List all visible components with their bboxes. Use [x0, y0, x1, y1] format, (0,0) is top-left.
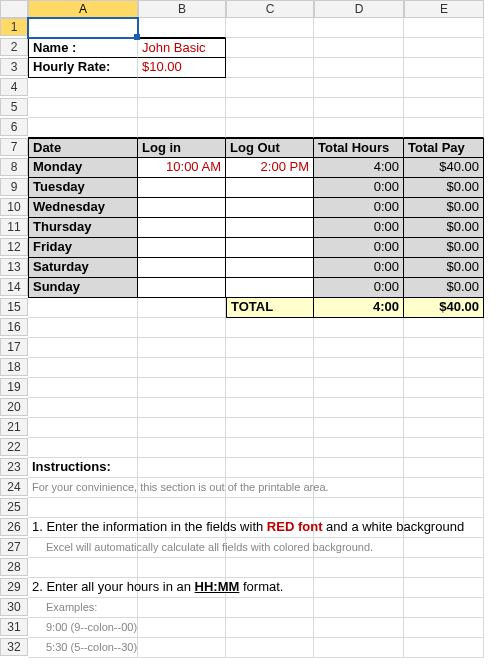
cell-E32[interactable] — [404, 638, 484, 658]
cell-B30[interactable] — [138, 598, 226, 618]
day-3[interactable]: Thursday — [28, 218, 138, 238]
row-header-30[interactable]: 30 — [0, 598, 28, 616]
instruction-step-1[interactable]: 1. Enter the information in the fields w… — [28, 518, 138, 538]
cell-A5[interactable] — [28, 98, 138, 118]
col-header-D[interactable]: D — [314, 0, 404, 18]
instruction-step-2[interactable]: 2. Enter all your hours in an HH:MM form… — [28, 578, 138, 598]
row-header-17[interactable]: 17 — [0, 338, 28, 356]
logout-4[interactable] — [226, 238, 314, 258]
day-0[interactable]: Monday — [28, 158, 138, 178]
hours-3[interactable]: 0:00 — [314, 218, 404, 238]
cell-E22[interactable] — [404, 438, 484, 458]
total-pay[interactable]: $40.00 — [404, 298, 484, 318]
cell-E6[interactable] — [404, 118, 484, 138]
cell-D17[interactable] — [314, 338, 404, 358]
cell-C23[interactable] — [226, 458, 314, 478]
fill-handle[interactable] — [134, 34, 140, 40]
cell-A20[interactable] — [28, 398, 138, 418]
example-2[interactable]: 5:30 (5--colon--30) — [28, 638, 138, 658]
cell-E29[interactable] — [404, 578, 484, 598]
cell-A18[interactable] — [28, 358, 138, 378]
login-6[interactable] — [138, 278, 226, 298]
pay-3[interactable]: $0.00 — [404, 218, 484, 238]
pay-header[interactable]: Total Pay — [404, 138, 484, 158]
day-5[interactable]: Saturday — [28, 258, 138, 278]
cell-B6[interactable] — [138, 118, 226, 138]
cell-B17[interactable] — [138, 338, 226, 358]
pay-6[interactable]: $0.00 — [404, 278, 484, 298]
cell-E24[interactable] — [404, 478, 484, 498]
row-header-15[interactable]: 15 — [0, 298, 28, 316]
logout-2[interactable] — [226, 198, 314, 218]
col-header-E[interactable]: E — [404, 0, 484, 18]
pay-1[interactable]: $0.00 — [404, 178, 484, 198]
row-header-20[interactable]: 20 — [0, 398, 28, 416]
row-header-6[interactable]: 6 — [0, 118, 28, 136]
name-label[interactable]: Name : — [28, 38, 138, 58]
cell-E27[interactable] — [404, 538, 484, 558]
row-header-10[interactable]: 10 — [0, 198, 28, 216]
cell-C3[interactable] — [226, 58, 314, 78]
name-value[interactable]: John Basic — [138, 38, 226, 58]
day-1[interactable]: Tuesday — [28, 178, 138, 198]
row-header-2[interactable]: 2 — [0, 38, 28, 56]
row-header-11[interactable]: 11 — [0, 218, 28, 236]
cell-D32[interactable] — [314, 638, 404, 658]
row-header-23[interactable]: 23 — [0, 458, 28, 476]
col-header-B[interactable]: B — [138, 0, 226, 18]
cell-D31[interactable] — [314, 618, 404, 638]
cell-D20[interactable] — [314, 398, 404, 418]
row-header-21[interactable]: 21 — [0, 418, 28, 436]
logout-header[interactable]: Log Out — [226, 138, 314, 158]
cell-E31[interactable] — [404, 618, 484, 638]
cell-B23[interactable] — [138, 458, 226, 478]
row-header-19[interactable]: 19 — [0, 378, 28, 396]
cell-E5[interactable] — [404, 98, 484, 118]
cell-A1[interactable] — [28, 18, 138, 38]
cell-B19[interactable] — [138, 378, 226, 398]
cell-D30[interactable] — [314, 598, 404, 618]
cell-A16[interactable] — [28, 318, 138, 338]
cell-E2[interactable] — [404, 38, 484, 58]
row-header-16[interactable]: 16 — [0, 318, 28, 336]
cell-B32[interactable] — [138, 638, 226, 658]
day-6[interactable]: Sunday — [28, 278, 138, 298]
examples-header[interactable]: Examples: — [28, 598, 138, 618]
cell-D25[interactable] — [314, 498, 404, 518]
example-1[interactable]: 9:00 (9--colon--00) — [28, 618, 138, 638]
cell-A19[interactable] — [28, 378, 138, 398]
hours-4[interactable]: 0:00 — [314, 238, 404, 258]
login-3[interactable] — [138, 218, 226, 238]
cell-B16[interactable] — [138, 318, 226, 338]
cell-E16[interactable] — [404, 318, 484, 338]
col-header-C[interactable]: C — [226, 0, 314, 18]
cell-D2[interactable] — [314, 38, 404, 58]
cell-A6[interactable] — [28, 118, 138, 138]
cell-E17[interactable] — [404, 338, 484, 358]
row-header-28[interactable]: 28 — [0, 558, 28, 576]
cell-D5[interactable] — [314, 98, 404, 118]
cell-E3[interactable] — [404, 58, 484, 78]
cell-C20[interactable] — [226, 398, 314, 418]
hours-5[interactable]: 0:00 — [314, 258, 404, 278]
row-header-29[interactable]: 29 — [0, 578, 28, 596]
login-5[interactable] — [138, 258, 226, 278]
rate-label[interactable]: Hourly Rate: — [28, 58, 138, 78]
login-4[interactable] — [138, 238, 226, 258]
hours-6[interactable]: 0:00 — [314, 278, 404, 298]
rate-value[interactable]: $10.00 — [138, 58, 226, 78]
login-1[interactable] — [138, 178, 226, 198]
pay-5[interactable]: $0.00 — [404, 258, 484, 278]
logout-0[interactable]: 2:00 PM — [226, 158, 314, 178]
cell-C32[interactable] — [226, 638, 314, 658]
cell-C16[interactable] — [226, 318, 314, 338]
cell-D3[interactable] — [314, 58, 404, 78]
cell-D21[interactable] — [314, 418, 404, 438]
cell-A25[interactable] — [28, 498, 138, 518]
cell-A21[interactable] — [28, 418, 138, 438]
cell-C18[interactable] — [226, 358, 314, 378]
row-header-14[interactable]: 14 — [0, 278, 28, 296]
hours-1[interactable]: 0:00 — [314, 178, 404, 198]
cell-C2[interactable] — [226, 38, 314, 58]
cell-E1[interactable] — [404, 18, 484, 38]
